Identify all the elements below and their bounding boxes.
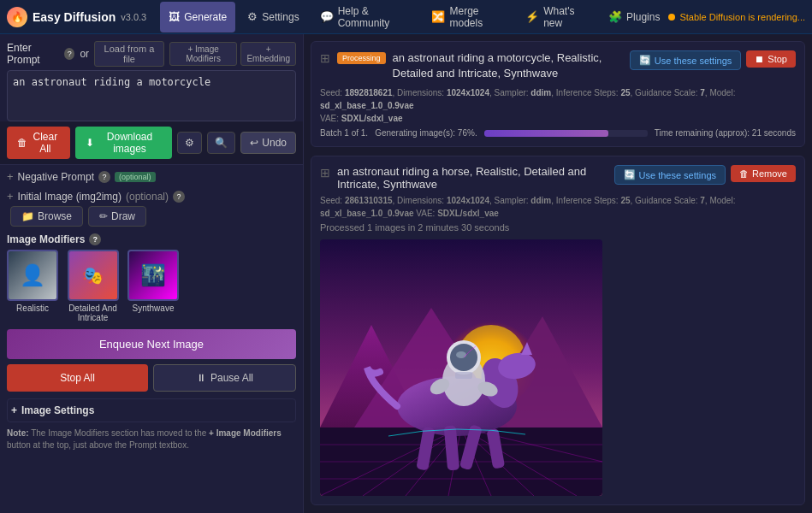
remove-button[interactable]: 🗑 Remove (731, 165, 796, 182)
use-settings-label-1: Use these settings (655, 56, 732, 66)
plus-icon-2: + (7, 190, 14, 203)
prompt-info-icon[interactable]: ? (64, 48, 74, 60)
gen-card-1-actions: 🔄 Use these settings ⏹ Stop (630, 50, 796, 70)
nav-item-merge[interactable]: 🔀 Merge models (423, 2, 513, 32)
dim-label-1: Dimensions: (397, 88, 447, 97)
sd-status: Stable Diffusion is rendering... (668, 12, 805, 22)
svg-rect-32 (455, 372, 472, 379)
use-settings-button-2[interactable]: 🔄 Use these settings (614, 165, 726, 185)
seed-label-1: Seed: (320, 88, 345, 97)
vae-value-1: SDXL/sdxl_vae (341, 114, 403, 123)
modifiers-grid: 👤 Realistic 🎭 Detailed And Intricate 🌃 S… (7, 250, 296, 322)
modifier-label-detailed: Detailed And Intricate (65, 304, 121, 322)
process-time: Processed 1 images in 2 minutes 30 secon… (320, 222, 796, 233)
prompt-input[interactable]: an astronaut riding a motorcycle (7, 70, 296, 121)
gen-card-2-title-row: ⊞ an astronaut riding a horse, Realistic… (320, 165, 614, 191)
nav-label-settings: Settings (262, 11, 299, 23)
gen-card-2-actions: 🔄 Use these settings 🗑 Remove (614, 165, 796, 185)
use-settings-button-1[interactable]: 🔄 Use these settings (630, 50, 742, 70)
gen-card-2-title: an astronaut riding a horse, Realistic, … (337, 165, 614, 191)
modifier-synthwave[interactable]: 🌃 Synthwave (127, 250, 179, 322)
negative-prompt-row: + Negative Prompt ? (optional) (7, 170, 296, 183)
vae-label-1: VAE: (320, 114, 341, 123)
image-settings-section[interactable]: + Image Settings (7, 398, 296, 422)
brand-name: Easy Diffusion (33, 10, 116, 24)
modifier-detailed[interactable]: 🎭 Detailed And Intricate (65, 250, 121, 322)
gen-card-1-header: ⊞ Processing an astronaut riding a motor… (320, 50, 796, 81)
model-label-1: Model: (709, 88, 735, 97)
vae-value-2: SDXL/sdxl_vae (437, 209, 499, 218)
clear-all-button[interactable]: 🗑 Clear All (7, 127, 70, 159)
guidance-value-2: 7 (700, 196, 705, 205)
search-button[interactable]: 🔍 (207, 132, 235, 154)
stop-button-1[interactable]: ⏹ Stop (746, 50, 796, 68)
trash-icon-2: 🗑 (739, 168, 749, 179)
modifiers-info-icon[interactable]: ? (89, 233, 101, 245)
image-settings-label: Image Settings (21, 404, 94, 416)
note-button-ref: + Image Modifiers (209, 428, 282, 438)
nav-item-plugins[interactable]: 🧩 Plugins (600, 2, 668, 32)
note-prefix: Note: (7, 428, 29, 438)
modifier-realistic[interactable]: 👤 Realistic (7, 250, 58, 322)
brand-logo: 🔥 Easy Diffusion v3.0.3 (7, 7, 146, 27)
image-modifiers-button[interactable]: + Image Modifiers (169, 42, 238, 66)
modifier-thumb-synthwave: 🌃 (127, 250, 179, 301)
progress-text: Generating image(s): 76%. (375, 128, 477, 138)
search-icon: 🔍 (215, 137, 228, 149)
time-remaining: Time remaining (approx): 21 seconds (655, 128, 796, 138)
plugins-icon: 🧩 (608, 10, 622, 23)
refresh-icon-1: 🔄 (639, 55, 651, 66)
draw-label: Draw (111, 210, 135, 222)
nav-item-settings[interactable]: ⚙ Settings (239, 2, 307, 32)
dim-value-1: 1024x1024 (447, 88, 489, 97)
settings-icon: ⚙ (247, 10, 258, 23)
sampler-label-1: Sampler: (495, 88, 531, 97)
browse-button[interactable]: 📁 Browse (10, 206, 83, 227)
pencil-icon: ✏ (99, 210, 108, 222)
pause-label: Pause All (210, 372, 253, 384)
pause-button[interactable]: ⏸ Pause All (153, 364, 296, 392)
note-body: The Image Modifiers section has moved to… (31, 428, 209, 438)
negative-prompt-info-icon[interactable]: ? (98, 171, 110, 183)
lightning-icon: ⚡ (525, 10, 539, 23)
gen-card-2-meta: Seed: 2861310315, Dimensions: 1024x1024,… (320, 194, 796, 220)
prompt-label: Enter Prompt (7, 42, 59, 66)
stop-all-button[interactable]: Stop All (7, 364, 148, 392)
right-panel: ⊞ Processing an astronaut riding a motor… (304, 34, 812, 513)
use-settings-label-2: Use these settings (639, 170, 717, 180)
undo-button[interactable]: ↩ Undo (240, 132, 296, 154)
embedding-button[interactable]: + Embedding (240, 42, 296, 66)
enqueue-button[interactable]: Enqueue Next Image (7, 329, 296, 359)
stop-icon-1: ⏹ (755, 54, 764, 64)
generated-image (320, 239, 602, 496)
status-dot (668, 14, 675, 21)
download-images-button[interactable]: ⬇ Download images (75, 127, 173, 159)
img2img-optional: (optional) (126, 191, 169, 203)
draw-button[interactable]: ✏ Draw (88, 206, 146, 227)
steps-label-2: Inference Steps: (556, 196, 621, 205)
sidebar-toolbar: 🗑 Clear All ⬇ Download images ⚙ 🔍 ↩ Undo (0, 121, 303, 165)
load-file-button[interactable]: Load from a file (94, 41, 164, 67)
img2img-info-icon[interactable]: ? (173, 191, 185, 203)
svg-point-29 (456, 351, 466, 358)
nav-label-plugins: Plugins (626, 11, 660, 23)
status-label: Stable Diffusion is rendering... (679, 12, 805, 22)
nav-label-whats-new: What's new (543, 5, 588, 29)
negative-prompt-optional: (optional) (115, 172, 156, 182)
topnav: 🔥 Easy Diffusion v3.0.3 🖼 Generate ⚙ Set… (0, 0, 812, 34)
nav-item-help[interactable]: 💬 Help & Community (311, 2, 420, 32)
model-label-2: Model: (709, 196, 735, 205)
settings-toggle-button[interactable]: ⚙ (177, 132, 202, 154)
dim-label-2: Dimensions: (397, 196, 447, 205)
progress-bar (484, 130, 648, 137)
steps-label-1: Inference Steps: (556, 88, 621, 97)
nav-item-generate[interactable]: 🖼 Generate (160, 2, 235, 32)
seed-label-2: Seed: (320, 196, 345, 205)
download-images-label: Download images (98, 131, 163, 155)
undo-label: Undo (262, 137, 287, 149)
main-layout: Enter Prompt ? or Load from a file + Ima… (0, 34, 812, 513)
nav-label-help: Help & Community (338, 5, 412, 29)
nav-label-generate: Generate (184, 11, 227, 23)
action-row: Stop All ⏸ Pause All (7, 364, 296, 392)
nav-item-whats-new[interactable]: ⚡ What's new (517, 2, 596, 32)
